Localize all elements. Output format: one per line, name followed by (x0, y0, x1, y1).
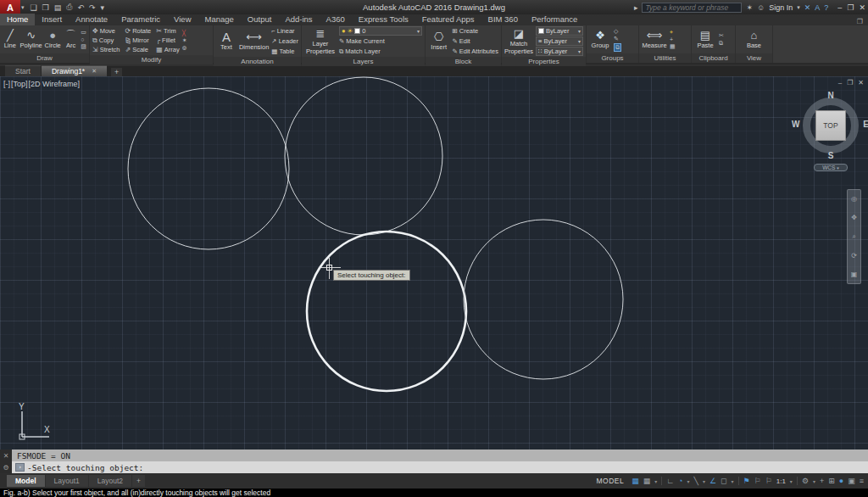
app-menu-chevron-icon[interactable]: ▾ (21, 4, 25, 11)
tab-home[interactable]: Home (0, 14, 35, 25)
qat-dropdown-icon[interactable]: ▾ (100, 3, 104, 12)
annotation-scale-button[interactable]: 1:1 (776, 477, 786, 485)
a360-icon[interactable]: A (815, 3, 820, 12)
model-space-badge[interactable]: MODEL (596, 477, 624, 485)
tab-annotate[interactable]: Annotate (69, 14, 114, 25)
tab-featured-apps[interactable]: Featured Apps (415, 14, 481, 25)
polyline-button[interactable]: ∿ Polyline (20, 30, 42, 49)
erase-icon[interactable]: ╳ (182, 30, 187, 36)
rotate-button[interactable]: ⟳Rotate (125, 26, 151, 36)
customization-menu-icon[interactable]: ≡ (860, 477, 864, 485)
drawing-canvas[interactable]: [-] [Top] [2D Wireframe] – ❐ ✕ Select to… (0, 76, 868, 450)
new-layout-button[interactable]: + (132, 475, 145, 487)
layer-dropdown[interactable]: ● ☀ 0 ▾ (339, 26, 422, 36)
new-drawing-tab-button[interactable]: + (111, 68, 122, 76)
base-button[interactable]: ⌂ Base (743, 30, 765, 49)
ribbon-collapse-icon[interactable]: ❐ (857, 18, 863, 25)
annotation-visibility-icon[interactable]: ⚐ (754, 477, 761, 485)
circle-highlighted[interactable] (307, 232, 466, 391)
explode-icon[interactable]: ✶ (182, 37, 187, 44)
tab-view[interactable]: View (167, 14, 198, 25)
tab-insert[interactable]: Insert (35, 14, 69, 25)
edit-attributes-button[interactable]: ✎Edit Attributes (452, 47, 498, 56)
tab-express-tools[interactable]: Express Tools (352, 14, 415, 25)
scale-button[interactable]: ⇗Scale (125, 45, 151, 54)
zoom-icon[interactable]: ⌕ (852, 232, 855, 241)
open-file-icon[interactable]: ❒ (42, 3, 49, 12)
text-button[interactable]: A Text (216, 31, 236, 51)
paste-button[interactable]: ▤ Paste (694, 30, 716, 49)
tab-bim360[interactable]: BIM 360 (481, 14, 525, 25)
search-star-icon[interactable]: ✶ (746, 3, 753, 12)
point-icon[interactable]: + (670, 36, 676, 42)
line-button[interactable]: ╱ Line (3, 30, 18, 49)
copy-button[interactable]: ⧉Copy (92, 36, 120, 45)
plot-icon[interactable]: ⎙ (66, 3, 72, 12)
panel-utilities-label[interactable]: Utilities (639, 53, 691, 63)
showmotion-icon[interactable]: ▣ (851, 271, 858, 278)
panel-annotation-label[interactable]: Annotation (214, 57, 301, 66)
cut-icon[interactable]: ✂ (719, 32, 724, 39)
array-button[interactable]: ▦Array (156, 45, 179, 54)
panel-draw-label[interactable]: Draw (0, 53, 89, 63)
panel-groups-label[interactable]: Groups (587, 53, 638, 63)
viewcube-west[interactable]: W (792, 120, 799, 129)
ungroup-icon[interactable]: ◇ (614, 28, 621, 35)
viewcube-south[interactable]: S (798, 151, 863, 160)
panel-layers-label[interactable]: Layers (302, 57, 425, 66)
clean-screen-icon[interactable]: ▣ (848, 477, 855, 485)
measure-button[interactable]: ⟺ Measure (642, 30, 667, 49)
ortho-mode-icon[interactable]: ∟ (666, 477, 674, 485)
stretch-button[interactable]: ⇲Stretch (92, 45, 120, 54)
file-tab-drawing1[interactable]: Drawing1* ✕ (42, 65, 107, 76)
search-input[interactable] (642, 3, 742, 13)
annotation-autoscale-icon[interactable]: ⚐ (765, 477, 772, 485)
exchange-apps-icon[interactable]: ✕ (804, 3, 811, 12)
match-properties-button[interactable]: ◪ Match Properties (504, 28, 533, 55)
table-button[interactable]: ▦Table (271, 47, 298, 56)
color-dropdown[interactable]: ByLayer ▾ (536, 26, 583, 36)
viewcube-north[interactable]: N (798, 91, 863, 100)
isolate-objects-icon[interactable]: ⊞ (828, 477, 835, 485)
hatch-icon[interactable]: ▨ (81, 43, 86, 50)
command-prompt-line[interactable]: › -Select touching object: (12, 461, 868, 473)
minimize-window-icon[interactable]: – (837, 3, 842, 12)
navigation-bar[interactable]: ◎ ✥ ⌕ ⟳ ▣ (847, 189, 861, 284)
grid-display-icon[interactable]: ▦ (632, 477, 639, 485)
arc-button[interactable]: ⌒ Arc (64, 30, 79, 49)
close-window-icon[interactable]: ✕ (859, 3, 865, 12)
circle[interactable] (285, 77, 442, 235)
osnap-chevron-icon[interactable]: ▾ (731, 478, 733, 484)
undo-icon[interactable]: ↶ (77, 3, 84, 12)
search-go-icon[interactable]: ▸ (634, 3, 638, 12)
signin-button[interactable]: Sign In (769, 3, 793, 12)
command-close-icon[interactable]: ✕ (3, 452, 9, 460)
match-layer-button[interactable]: ⧉Match Layer (339, 47, 422, 56)
quick-select-icon[interactable]: ⌖ (670, 29, 676, 36)
make-current-button[interactable]: ✎Make Current (339, 36, 422, 46)
file-tab-close-icon[interactable]: ✕ (92, 68, 97, 75)
restore-window-icon[interactable]: ❐ (847, 3, 854, 12)
recent-commands-icon[interactable]: › (15, 463, 25, 472)
group-selection-toggle-icon[interactable]: ⧉ (614, 43, 621, 52)
linear-button[interactable]: ⌐Linear (271, 26, 298, 36)
tab-manage[interactable]: Manage (198, 14, 241, 25)
wcs-dropdown[interactable]: WCS ▾ (814, 164, 848, 171)
help-icon[interactable]: ? (824, 3, 828, 12)
viewcube[interactable]: N S W E TOP (798, 93, 863, 158)
isodraft-chevron-icon[interactable]: ▾ (703, 478, 705, 484)
insert-button[interactable]: ⎔ Insert (428, 31, 449, 51)
command-customize-icon[interactable]: ⚙ (3, 464, 8, 472)
orbit-icon[interactable]: ⟳ (851, 252, 857, 260)
group-edit-icon[interactable]: ✎ (614, 36, 621, 42)
annotation-scale-chevron-icon[interactable]: ▾ (790, 478, 793, 484)
workspace-gear-icon[interactable]: ⚙ (802, 477, 809, 485)
dimension-button[interactable]: ⟷ Dimension (239, 31, 269, 51)
copy-clip-icon[interactable]: ⧉ (719, 40, 724, 47)
app-logo-icon[interactable]: A (0, 0, 20, 14)
rectangle-icon[interactable]: ▭ (81, 29, 86, 36)
isodraft-icon[interactable]: ╲ (693, 477, 698, 485)
file-tab-start[interactable]: Start (5, 65, 41, 76)
block-create-button[interactable]: ⊞Create (452, 26, 498, 36)
ellipse-icon[interactable]: ○ (81, 36, 86, 42)
